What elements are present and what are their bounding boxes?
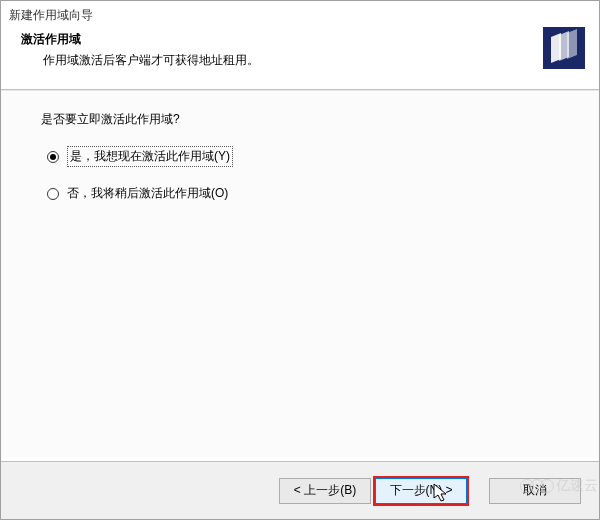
radio-option-no[interactable]: 否，我将稍后激活此作用域(O) bbox=[47, 185, 559, 202]
scope-icon bbox=[543, 27, 585, 69]
radio-option-yes[interactable]: 是，我想现在激活此作用域(Y) bbox=[47, 146, 559, 167]
radio-button-icon bbox=[47, 151, 59, 163]
watermark-text: 亿速云 bbox=[556, 477, 598, 495]
next-button[interactable]: 下一步(N) > bbox=[375, 478, 467, 504]
dialog-header: 新建作用域向导 激活作用域 作用域激活后客户端才可获得地址租用。 bbox=[1, 1, 599, 89]
question-text: 是否要立即激活此作用域? bbox=[41, 111, 559, 128]
back-button[interactable]: < 上一步(B) bbox=[279, 478, 371, 504]
wizard-dialog: 新建作用域向导 激活作用域 作用域激活后客户端才可获得地址租用。 是否要立即激活… bbox=[0, 0, 600, 520]
radio-label-yes: 是，我想现在激活此作用域(Y) bbox=[67, 146, 233, 167]
content-area: 是否要立即激活此作用域? 是，我想现在激活此作用域(Y) 否，我将稍后激活此作用… bbox=[1, 90, 599, 458]
page-title: 激活作用域 bbox=[21, 31, 585, 48]
radio-button-icon bbox=[47, 188, 59, 200]
page-subtitle: 作用域激活后客户端才可获得地址租用。 bbox=[43, 52, 585, 69]
wizard-name: 新建作用域向导 bbox=[9, 7, 93, 24]
watermark: 亿速云 bbox=[524, 477, 598, 495]
dialog-footer: < 上一步(B) 下一步(N) > 取消 bbox=[1, 461, 599, 519]
radio-label-no: 否，我将稍后激活此作用域(O) bbox=[67, 185, 228, 202]
